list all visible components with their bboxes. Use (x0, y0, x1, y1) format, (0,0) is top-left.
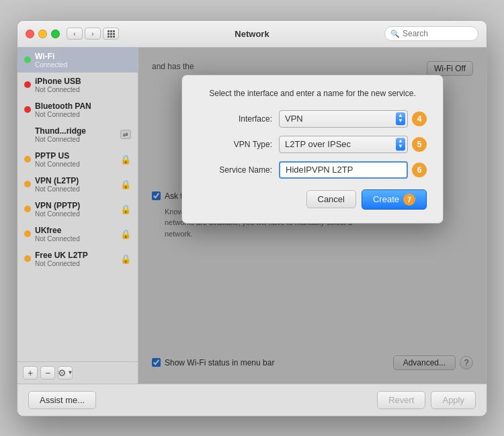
sidebar-item-label: Free UK L2TP (35, 251, 88, 260)
sidebar-item-iphone-usb[interactable]: iPhone USB Not Connected (17, 73, 138, 97)
sidebar-item-wifi[interactable]: Wi-Fi Connected (17, 48, 138, 73)
nav-buttons: ‹ › (67, 28, 101, 40)
vpn-type-row: VPN Type: L2TP over IPSec ▲▼ 5 (198, 136, 427, 153)
search-box[interactable]: 🔍 (384, 26, 478, 41)
create-button[interactable]: Create 7 (362, 189, 427, 210)
sidebar-item-pptp-us[interactable]: PPTP US Not Connected 🔒 (17, 147, 138, 172)
back-button[interactable]: ‹ (67, 28, 83, 40)
status-dot (24, 56, 31, 63)
interface-badge: 4 (412, 112, 427, 126)
lock-icon: 🔒 (120, 254, 131, 264)
sidebar-item-status: Not Connected (35, 161, 80, 168)
interface-row: Interface: VPN ▲▼ 4 (198, 110, 427, 128)
apply-button[interactable]: Apply (431, 391, 476, 409)
grid-button[interactable] (103, 28, 119, 40)
status-dot (24, 181, 31, 187)
maximize-button[interactable] (51, 30, 60, 38)
new-service-modal: Select the interface and enter a name fo… (181, 75, 444, 224)
lock-icon: 🔒 (120, 204, 131, 214)
grid-icon (108, 30, 115, 38)
window-title: Network (235, 29, 269, 39)
sidebar-item-status: Not Connected (35, 86, 81, 93)
interface-label: Interface: (198, 114, 272, 124)
remove-service-button[interactable]: − (40, 366, 55, 380)
vpn-type-label: VPN Type: (198, 140, 272, 149)
search-icon: 🔍 (390, 30, 400, 38)
status-dot (24, 106, 31, 113)
status-dot (24, 206, 31, 212)
service-name-badge: 6 (412, 163, 427, 177)
sidebar: Wi-Fi Connected iPhone USB Not Connected… (17, 48, 138, 384)
search-input[interactable] (403, 29, 472, 38)
gear-button[interactable]: ⚙ ▼ (58, 366, 73, 380)
action-bar: Assist me... Revert Apply (17, 384, 487, 416)
sidebar-item-ukfree[interactable]: UKfree Not Connected 🔒 (17, 222, 138, 247)
vpn-type-badge: 5 (412, 137, 427, 152)
thunderbolt-arrows: ⇄ (120, 130, 131, 139)
status-dot (24, 156, 31, 163)
interface-select[interactable]: VPN (279, 110, 408, 128)
network-window: ‹ › Network 🔍 Wi-Fi Connected (17, 20, 487, 417)
sidebar-item-status: Not Connected (35, 260, 88, 267)
service-name-row: Service Name: 6 (198, 161, 427, 179)
close-button[interactable] (26, 30, 34, 38)
sidebar-item-label: Wi-Fi (35, 52, 67, 61)
sidebar-item-status: Not Connected (35, 185, 80, 193)
sidebar-item-label: PPTP US (35, 151, 80, 161)
sidebar-controls: + − ⚙ ▼ (17, 361, 138, 384)
status-dot (24, 230, 31, 237)
main-panel: and has the Wi-Fi Off Ask to join new ne… (138, 48, 487, 384)
titlebar: ‹ › Network 🔍 (17, 21, 487, 48)
content-area: Wi-Fi Connected iPhone USB Not Connected… (17, 48, 487, 384)
sidebar-item-status: Connected (35, 61, 67, 69)
vpn-type-select[interactable]: L2TP over IPSec (279, 136, 408, 153)
revert-button[interactable]: Revert (377, 391, 425, 409)
status-dot (24, 255, 31, 262)
sidebar-item-vpn-pptp[interactable]: VPN (PPTP) Not Connected 🔒 (17, 197, 138, 222)
sidebar-item-label: iPhone USB (35, 77, 81, 86)
service-name-input[interactable] (279, 161, 408, 179)
service-name-label: Service Name: (198, 165, 272, 175)
sidebar-item-free-uk[interactable]: Free UK L2TP Not Connected 🔒 (17, 247, 138, 271)
minimize-button[interactable] (38, 30, 47, 38)
sidebar-item-status: Not Connected (35, 136, 86, 143)
sidebar-item-label: VPN (PPTP) (35, 201, 80, 210)
lock-icon: 🔒 (120, 155, 131, 165)
sidebar-item-thunderidge[interactable]: Thund...ridge Not Connected ⇄ (17, 122, 138, 147)
sidebar-item-status: Not Connected (35, 235, 80, 243)
sidebar-item-vpn-l2tp[interactable]: VPN (L2TP) Not Connected 🔒 (17, 172, 138, 197)
add-service-button[interactable]: + (23, 366, 38, 380)
modal-overlay: Select the interface and enter a name fo… (138, 48, 487, 384)
sidebar-item-label: Thund...ridge (35, 126, 86, 136)
cancel-button[interactable]: Cancel (306, 190, 356, 208)
create-badge: 7 (403, 193, 415, 206)
sidebar-item-status: Not Connected (35, 210, 80, 218)
status-dot (24, 81, 31, 88)
lock-icon: 🔒 (120, 229, 131, 239)
modal-title: Select the interface and enter a name fo… (198, 89, 427, 98)
lock-icon: 🔒 (120, 179, 131, 189)
assist-button[interactable]: Assist me... (28, 391, 96, 409)
sidebar-item-label: VPN (L2TP) (35, 176, 80, 185)
sidebar-item-bluetooth[interactable]: Bluetooth PAN Not Connected (17, 97, 138, 122)
sidebar-item-label: UKfree (35, 226, 80, 235)
forward-button[interactable]: › (85, 28, 101, 40)
traffic-lights (26, 30, 60, 38)
sidebar-item-status: Not Connected (35, 111, 91, 118)
sidebar-item-label: Bluetooth PAN (35, 101, 91, 111)
modal-buttons: Cancel Create 7 (198, 189, 427, 210)
